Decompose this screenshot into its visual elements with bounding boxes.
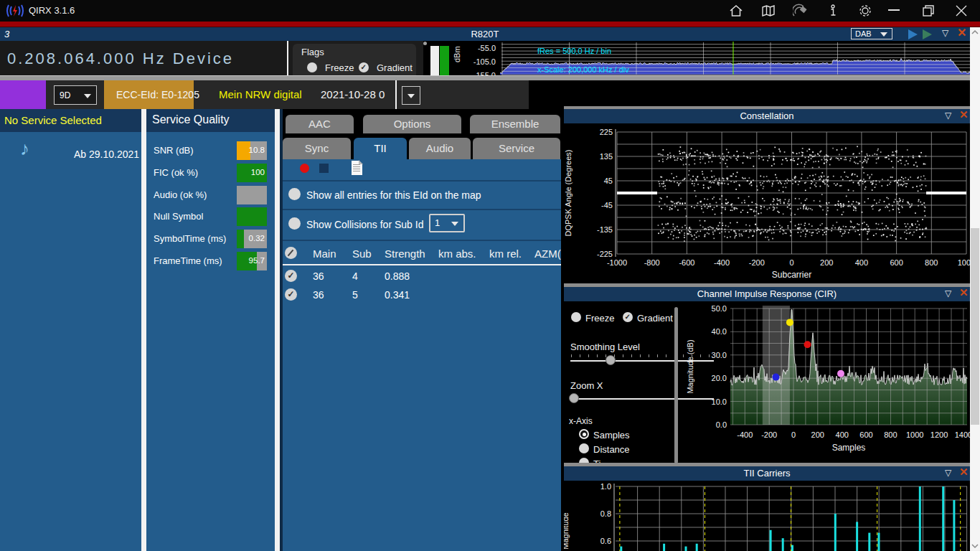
- svg-text:0.0: 0.0: [716, 420, 727, 429]
- tab-aac[interactable]: AAC: [286, 115, 354, 133]
- edit-column-icon[interactable]: [285, 247, 297, 259]
- expand-dropdown[interactable]: [402, 86, 420, 105]
- close-window-icon[interactable]: [953, 4, 969, 18]
- minimize-icon[interactable]: [888, 9, 900, 11]
- collapse-icon[interactable]: ▽: [945, 468, 951, 478]
- chevron-down-icon: [407, 94, 415, 98]
- svg-text:800: 800: [884, 430, 897, 439]
- tab-ensemble[interactable]: Ensemble: [470, 115, 560, 133]
- home-icon[interactable]: [728, 4, 744, 18]
- document-icon[interactable]: [352, 161, 362, 175]
- tab-service[interactable]: Service: [473, 138, 560, 159]
- svg-text:-200: -200: [749, 258, 765, 267]
- frequency-display[interactable]: 0.208.064.000 Hz Device: [7, 50, 234, 68]
- splitter[interactable]: [141, 109, 146, 551]
- vertical-scrollbar[interactable]: [970, 27, 980, 551]
- channel-select[interactable]: 9D: [54, 85, 97, 105]
- tab-options[interactable]: Options: [363, 115, 461, 133]
- record-icon[interactable]: [300, 164, 309, 173]
- show-all-entries-label: Show all entries for this EId on the map: [306, 189, 481, 201]
- table-header-main[interactable]: Main: [313, 248, 336, 260]
- quality-label: Null Symbol: [154, 211, 203, 222]
- session-bar: 3 R820T DAB ▽ ✕: [0, 27, 970, 41]
- collapse-icon[interactable]: ▽: [945, 110, 951, 121]
- table-header-kmabs[interactable]: km abs.: [438, 248, 476, 260]
- table-header-sub[interactable]: Sub: [352, 248, 372, 260]
- collapse-icon[interactable]: ▽: [942, 28, 948, 38]
- svg-text:0: 0: [789, 258, 793, 267]
- play-button[interactable]: [908, 29, 918, 39]
- gradient-radio[interactable]: [359, 62, 369, 72]
- rf-spectrum-chart[interactable]: fRes = 500,0 Hz / binx-Scale: 200,000 kH…: [500, 41, 970, 75]
- close-panel-icon[interactable]: ✕: [959, 467, 969, 477]
- svg-text:1400: 1400: [955, 430, 970, 439]
- quality-bar: 0.32: [237, 230, 267, 248]
- cir-body: FreezeGradientSmoothing LevelZoom Xx-Axi…: [564, 301, 970, 463]
- chevron-down-icon: [451, 222, 458, 226]
- tii-carriers-plot: 1.00.80.6Magnitude: [564, 481, 970, 551]
- collapse-icon[interactable]: ▽: [945, 288, 951, 298]
- quality-bar-fill: [237, 230, 244, 248]
- sub-id-select[interactable]: 1: [429, 214, 465, 232]
- service-color-block: [0, 80, 46, 109]
- restore-icon[interactable]: [920, 4, 936, 18]
- table-header-kmrel[interactable]: km rel.: [489, 248, 522, 260]
- divider: [395, 80, 397, 109]
- svg-text:1.0: 1.0: [600, 482, 611, 491]
- row-check-icon[interactable]: ✓: [285, 270, 297, 282]
- info-icon[interactable]: [825, 4, 841, 18]
- mode-select[interactable]: DAB: [851, 28, 892, 39]
- right-dock-column: Constellation▽✕Channel Impulse Response …: [564, 106, 970, 551]
- close-panel-icon[interactable]: ✕: [959, 288, 969, 298]
- svg-text:200: 200: [811, 430, 824, 439]
- svg-text:-400: -400: [737, 430, 753, 439]
- tab-sync[interactable]: Sync: [283, 138, 351, 159]
- freeze-radio[interactable]: [307, 62, 317, 72]
- cir-ylabel: Magnitude (dB): [686, 339, 694, 393]
- map-icon[interactable]: [760, 4, 776, 18]
- qirx-window: QIRX 3.1.6 3 R820T DAB ▽ ✕ 0.208.064.000…: [0, 0, 980, 551]
- scroll-up-icon[interactable]: [971, 29, 979, 35]
- row-check-icon[interactable]: ✓: [285, 288, 297, 301]
- service-list-item[interactable]: Ab 29.10.2021: [74, 149, 139, 160]
- stop-icon[interactable]: [319, 164, 329, 173]
- splitter[interactable]: [275, 109, 280, 551]
- play-record-button[interactable]: [923, 29, 932, 39]
- table-header-azm[interactable]: AZM(: [534, 248, 561, 260]
- cell-main: 36: [313, 289, 324, 301]
- frequency-panel: 0.208.064.000 Hz Device: [0, 41, 287, 75]
- settings-gear-icon[interactable]: [857, 4, 873, 18]
- table-header-strength[interactable]: Strength: [385, 248, 425, 260]
- quality-label: Audio (ok %): [154, 189, 207, 200]
- show-collisions-radio[interactable]: [288, 217, 301, 230]
- ensemble-bar: 9D ECC-EId: E0-1205 Mein NRW digital 202…: [0, 80, 529, 109]
- service-quality-panel: Service Quality SNR (dB)10.8FIC (ok %)10…: [146, 109, 275, 551]
- cir-plot: 0.010.020.030.040.050.0-400-200020040060…: [564, 301, 970, 463]
- meter-dot: [423, 42, 427, 45]
- quality-label: SNR (dB): [154, 145, 194, 156]
- quality-label: SymbolTime (ms): [154, 233, 226, 244]
- close-session-icon[interactable]: ✕: [957, 28, 966, 38]
- svg-text:0.6: 0.6: [600, 537, 611, 545]
- quality-label: FrameTime (ms): [154, 255, 222, 266]
- horizontal-splitter[interactable]: [0, 75, 970, 80]
- svg-text:1200: 1200: [930, 430, 948, 439]
- table-header-underline: [283, 264, 561, 265]
- satellite-icon[interactable]: [793, 4, 809, 18]
- svg-text:-135: -135: [597, 225, 613, 234]
- close-panel-icon[interactable]: ✕: [959, 110, 969, 120]
- cir-title: Channel Impulse Response (CIR): [564, 288, 970, 299]
- svg-text:10.0: 10.0: [712, 397, 727, 406]
- tab-tii[interactable]: TII: [354, 138, 407, 159]
- svg-text:-225: -225: [597, 250, 613, 258]
- show-all-entries-radio[interactable]: [288, 188, 301, 200]
- tii-carriers-ylabel: Magnitude: [564, 512, 570, 549]
- svg-text:800: 800: [925, 258, 938, 267]
- tab-audio[interactable]: Audio: [409, 138, 471, 159]
- ensemble-name: Mein NRW digital: [219, 88, 302, 100]
- scroll-down-icon[interactable]: [971, 543, 979, 549]
- spectrum-plot: fRes = 500,0 Hz / binx-Scale: 200,000 kH…: [500, 41, 970, 75]
- svg-text:-45: -45: [601, 201, 613, 209]
- scrollbar-thumb[interactable]: [971, 228, 979, 425]
- cir-header: Channel Impulse Response (CIR)▽✕: [564, 287, 970, 301]
